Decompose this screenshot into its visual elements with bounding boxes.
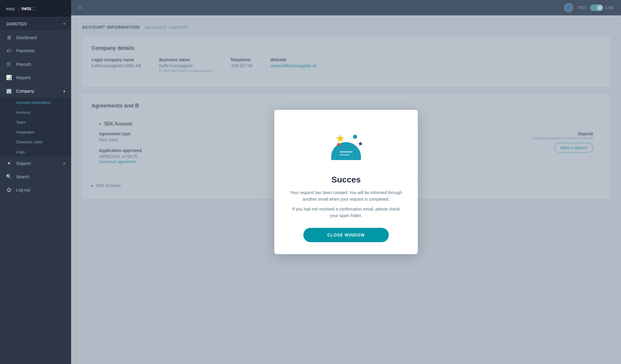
sidebar-item-label: Payouts (16, 62, 31, 67)
account-selector[interactable]: 100007820 ▾ (0, 17, 71, 31)
search-icon: 🔍 (6, 174, 12, 179)
dashboard-icon: ⊞ (6, 35, 12, 40)
sidebar-item-label: Log out (16, 188, 30, 192)
company-submenu: Account information Invoices Team Integr… (0, 98, 71, 157)
payouts-icon: 🛒 (6, 61, 12, 67)
sidebar-item-search[interactable]: 🔍 Search (0, 170, 71, 183)
sidebar-item-team[interactable]: Team (0, 117, 71, 127)
sidebar: easy | nets ::: 100007820 ▾ ⊞ Dashboard … (0, 0, 71, 364)
sidebar-item-company[interactable]: 🏢 Company ▴ (0, 84, 71, 98)
svg-point-8 (342, 147, 344, 149)
modal-message-1: Your request has been created. You will … (289, 189, 403, 203)
modal-illustration: ★ ★ (322, 124, 370, 169)
sidebar-item-dashboard[interactable]: ⊞ Dashboard (0, 31, 71, 44)
success-modal: ★ ★ Succes Your request has been created… (274, 110, 418, 254)
sidebar-item-label: Company (16, 89, 34, 93)
sidebar-item-logo[interactable]: Logo (0, 147, 71, 157)
sidebar-item-payouts[interactable]: 🛒 Payouts (0, 57, 71, 71)
sidebar-item-label: Reports (16, 75, 31, 80)
sidebar-item-checkout-styler[interactable]: Checkout styler (0, 137, 71, 147)
chevron-down-icon: ▾ (63, 22, 65, 26)
payments-icon: 🏷 (6, 48, 12, 53)
account-id: 100007820 (6, 21, 27, 26)
support-icon: ♥ (6, 161, 12, 166)
logo-area: easy | nets ::: (0, 0, 71, 17)
main-area: ≡ 👤 TEST LIVE ACCOUNT INFORMATION Mercha… (71, 0, 621, 364)
sidebar-item-integration[interactable]: Integration (0, 127, 71, 137)
chevron-down-icon: ▾ (63, 162, 65, 165)
sidebar-item-label: Search (16, 174, 29, 179)
chevron-up-icon: ▴ (63, 89, 65, 93)
sidebar-item-label: Payments (16, 48, 35, 53)
sidebar-item-support[interactable]: ♥ Support ▾ (0, 157, 71, 170)
svg-point-7 (337, 143, 340, 146)
sidebar-item-account-information[interactable]: Account information (0, 98, 71, 107)
logo-easy: easy (6, 6, 15, 11)
logo-nets: nets (22, 6, 31, 11)
company-icon: 🏢 (6, 88, 12, 94)
sidebar-item-label: Dashboard (16, 35, 37, 40)
reports-icon: 📊 (6, 75, 12, 80)
sidebar-item-label: Support (16, 161, 31, 166)
main-nav: ⊞ Dashboard 🏷 Payments 🛒 Payouts 📊 Repor… (0, 31, 71, 196)
logout-icon: ⏻ (6, 187, 12, 193)
logo-dots: ::: (31, 5, 36, 12)
svg-text:★: ★ (358, 140, 363, 147)
svg-rect-2 (339, 151, 353, 153)
sidebar-item-payments[interactable]: 🏷 Payments (0, 44, 71, 57)
modal-message-2: If you had not received a confirmation e… (289, 206, 403, 219)
svg-point-6 (353, 135, 357, 139)
modal-overlay: ★ ★ Succes Your request has been created… (71, 0, 621, 364)
sidebar-item-invoices[interactable]: Invoices (0, 107, 71, 117)
svg-rect-3 (339, 154, 350, 156)
sidebar-item-reports[interactable]: 📊 Reports (0, 71, 71, 84)
modal-title: Succes (331, 175, 361, 185)
close-window-button[interactable]: CLOSE WINDOW (303, 228, 389, 242)
sidebar-item-logout[interactable]: ⏻ Log out (0, 183, 71, 196)
svg-text:★: ★ (335, 132, 345, 145)
